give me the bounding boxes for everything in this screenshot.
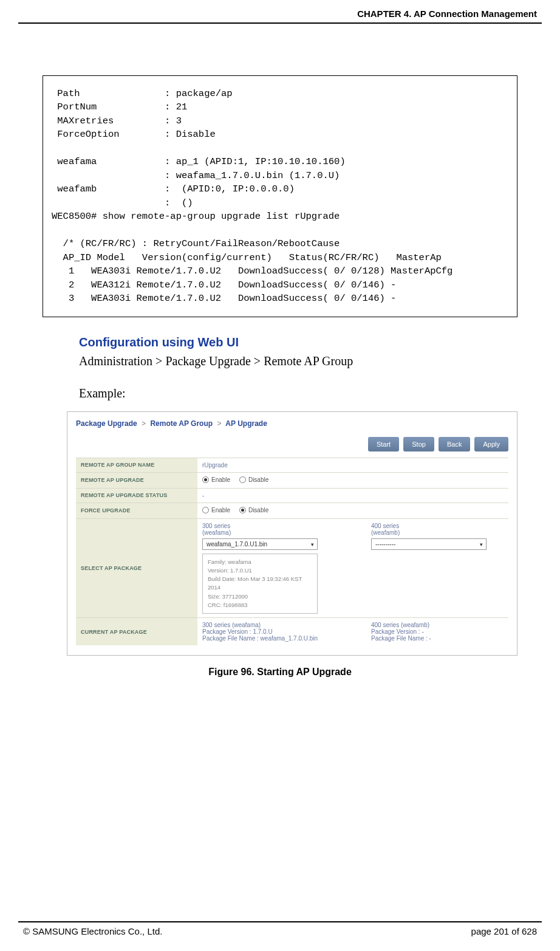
current-300-info: 300 series (weafama) Package Version : 1… [202,622,335,642]
section-heading: Configuration using Web UI [79,335,542,349]
config-table: REMOTE AP GROUP NAME rUpgrade REMOTE AP … [76,458,508,646]
row-label-select-package: SELECT AP PACKAGE [76,518,197,618]
row-label-force-upgrade: FORCE UPGRADE [76,503,197,518]
header-rule [18,22,542,24]
back-button[interactable]: Back [439,437,470,451]
radio-label: Disable [248,507,268,513]
nav-path-text: Administration > Package Upgrade > Remot… [79,354,542,368]
radio-enable[interactable]: Enable [202,476,230,483]
start-button[interactable]: Start [368,437,399,451]
chapter-header: CHAPTER 4. AP Connection Management [18,0,542,22]
upgrade-status-value: - [197,488,508,503]
col-300-label: 300 series (weafama) [202,523,335,536]
chevron-down-icon: ▾ [480,541,483,548]
radio-icon [239,507,246,513]
package-details-box: Family: weafama Version: 1.7.0.U1 Build … [202,554,318,614]
radio-label: Enable [211,476,230,483]
row-label-current-package: CURRENT AP PACKAGE [76,618,197,646]
group-name-value: rUpgrade [197,458,508,472]
radio-label: Enable [211,507,230,513]
row-label-remote-upgrade: REMOTE AP UPGRADE [76,472,197,488]
radio-force-disable[interactable]: Disable [239,507,268,513]
ui-screenshot-panel: Package Upgrade > Remote AP Group > AP U… [67,411,517,656]
radio-label: Disable [248,476,268,483]
stop-button[interactable]: Stop [403,437,434,451]
radio-icon [202,476,209,483]
radio-disable[interactable]: Disable [239,476,268,483]
apply-button[interactable]: Apply [474,437,508,451]
breadcrumb-item: AP Upgrade [225,419,267,428]
figure-caption: Figure 96. Starting AP Upgrade [18,667,542,678]
radio-force-enable[interactable]: Enable [202,507,230,513]
breadcrumb-item: Package Upgrade [76,419,137,428]
col-400-label: 400 series (weafamb) [371,523,504,536]
radio-icon [239,476,246,483]
select-value: ---------- [375,541,395,548]
footer-copyright: © SAMSUNG Electronics Co., Ltd. [23,926,162,936]
row-label-upgrade-status: REMOTE AP UPGRADE STATUS [76,488,197,503]
select-400-package[interactable]: ---------- ▾ [371,538,487,550]
select-value: weafama_1.7.0.U1.bin [207,541,267,548]
current-400-info: 400 series (weafamb) Package Version : -… [371,622,504,642]
select-300-package[interactable]: weafama_1.7.0.U1.bin ▾ [202,538,318,550]
action-button-row: Start Stop Back Apply [76,430,508,458]
example-label: Example: [79,386,542,400]
breadcrumb-sep: > [139,419,148,428]
breadcrumb-item: Remote AP Group [150,419,213,428]
footer-page-number: page 201 of 628 [471,926,537,936]
cli-output-block: Path : package/ap PortNum : 21 MAXretrie… [43,75,517,317]
radio-icon [202,507,209,513]
breadcrumb: Package Upgrade > Remote AP Group > AP U… [76,419,508,428]
chevron-down-icon: ▾ [311,541,314,548]
breadcrumb-sep: > [214,419,224,428]
row-label-group-name: REMOTE AP GROUP NAME [76,458,197,472]
